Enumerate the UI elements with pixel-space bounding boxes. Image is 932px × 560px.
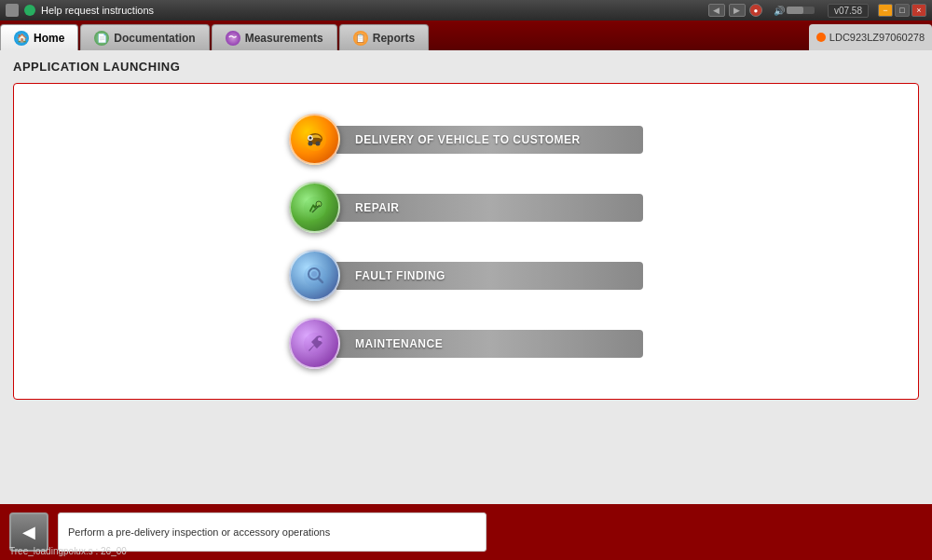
minimize-btn[interactable]: − bbox=[878, 4, 893, 17]
svg-point-4 bbox=[315, 141, 320, 145]
vehicle-id-area: LDC923LZ97060278 bbox=[809, 24, 932, 50]
maintenance-icon-svg bbox=[301, 330, 329, 358]
nav-bar: 🏠 Home 📄 Documentation 〜 Measurements 📋 … bbox=[0, 20, 932, 50]
fault-label: FAULT FINDING bbox=[336, 262, 643, 290]
svg-point-14 bbox=[318, 337, 322, 341]
title-bar-controls: ◀ ▶ ● 🔊 v07.58 − □ × bbox=[708, 4, 926, 18]
fault-icon bbox=[289, 250, 340, 301]
title-bar: Help request instructions ◀ ▶ ● 🔊 v07.58… bbox=[0, 0, 932, 20]
repair-icon-svg bbox=[301, 194, 329, 222]
menu-item-maintenance[interactable]: MAINTENANCE bbox=[289, 318, 643, 369]
svg-point-5 bbox=[308, 141, 312, 145]
section-title: APPLICATION LAUNCHING bbox=[13, 60, 919, 74]
svg-point-3 bbox=[308, 136, 311, 139]
forward-nav-btn[interactable]: ▶ bbox=[729, 4, 746, 17]
maintenance-label: MAINTENANCE bbox=[336, 330, 643, 358]
doc-tab-label: Documentation bbox=[114, 32, 195, 45]
home-tab-label: Home bbox=[34, 32, 64, 45]
back-nav-btn[interactable]: ◀ bbox=[708, 4, 725, 17]
meas-tab-icon: 〜 bbox=[226, 31, 240, 46]
meas-tab-label: Measurements bbox=[245, 32, 323, 45]
stop-btn[interactable]: ● bbox=[749, 4, 762, 17]
maximize-btn[interactable]: □ bbox=[895, 4, 910, 17]
vehicle-id: LDC923LZ97060278 bbox=[829, 32, 925, 43]
delivery-icon bbox=[289, 114, 340, 165]
status-text: Perform a pre-delivery inspection or acc… bbox=[68, 526, 330, 538]
tab-documentation[interactable]: 📄 Documentation bbox=[80, 24, 209, 50]
content-box: DELIVERY OF VEHICLE TO CUSTOMER REPAIR bbox=[13, 83, 919, 400]
fault-icon-svg bbox=[301, 262, 329, 290]
app-icon-2 bbox=[24, 5, 35, 16]
rep-tab-icon: 📋 bbox=[353, 31, 368, 46]
repair-label: REPAIR bbox=[336, 194, 643, 222]
footer-file-label: Tree_loadingpolux.s : 26_00 bbox=[9, 546, 127, 556]
menu-item-delivery[interactable]: DELIVERY OF VEHICLE TO CUSTOMER bbox=[289, 114, 643, 165]
tab-measurements[interactable]: 〜 Measurements bbox=[212, 24, 337, 50]
rep-tab-label: Reports bbox=[373, 32, 415, 45]
bottom-bar: ◀ Perform a pre-delivery inspection or a… bbox=[0, 504, 932, 560]
status-dot bbox=[816, 33, 826, 42]
menu-item-fault[interactable]: FAULT FINDING bbox=[289, 250, 643, 301]
tab-home[interactable]: 🏠 Home bbox=[0, 24, 78, 50]
svg-point-11 bbox=[311, 271, 317, 277]
title-bar-text: Help request instructions bbox=[41, 5, 703, 16]
repair-icon bbox=[289, 182, 340, 233]
close-btn[interactable]: × bbox=[911, 4, 926, 17]
version-label: v07.58 bbox=[828, 4, 869, 18]
doc-tab-icon: 📄 bbox=[94, 31, 109, 46]
menu-item-repair[interactable]: REPAIR bbox=[289, 182, 643, 233]
tab-reports[interactable]: 📋 Reports bbox=[339, 24, 429, 50]
delivery-icon-svg bbox=[301, 126, 329, 154]
app-icon bbox=[6, 4, 19, 17]
main-content: APPLICATION LAUNCHING DELIVERY OF VEHICL… bbox=[0, 50, 932, 504]
home-tab-icon: 🏠 bbox=[14, 31, 29, 46]
volume-control: 🔊 bbox=[774, 6, 815, 16]
delivery-label: DELIVERY OF VEHICLE TO CUSTOMER bbox=[336, 126, 643, 154]
maintenance-icon bbox=[289, 318, 340, 369]
